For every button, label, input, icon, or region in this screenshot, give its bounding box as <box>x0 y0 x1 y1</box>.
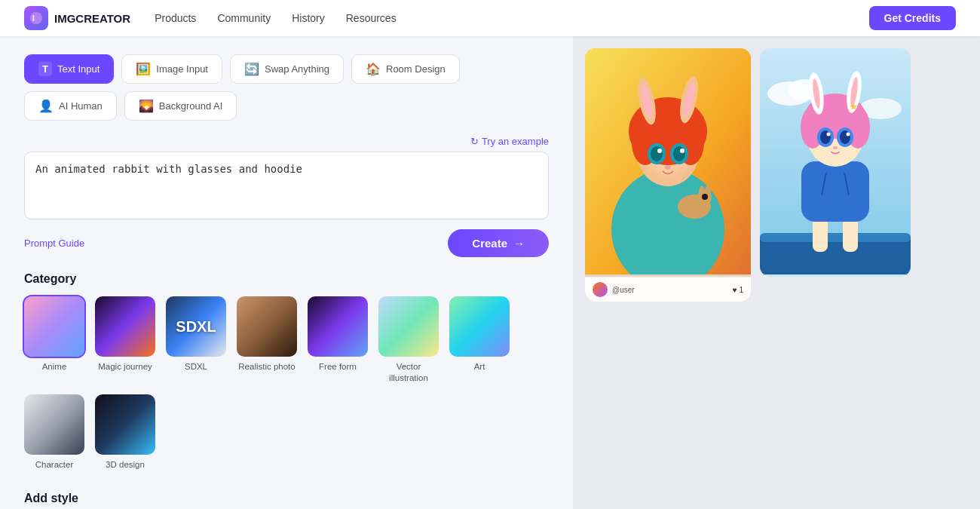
cat-label-vector: Vector illustration <box>378 361 439 384</box>
create-button-label: Create <box>472 237 507 250</box>
svg-point-25 <box>702 194 708 200</box>
prompt-textarea[interactable]: An animated rabbit with glasses and hood… <box>24 152 549 219</box>
preview-panel: @user ♥ 1 <box>573 36 980 509</box>
swap-icon: 🔄 <box>244 62 259 76</box>
nav-resources[interactable]: Resources <box>346 12 397 24</box>
svg-rect-30 <box>760 237 911 274</box>
overlay-row: @user ♥ 1 <box>593 282 743 297</box>
refresh-icon: ↻ <box>470 136 479 147</box>
create-button[interactable]: Create → <box>448 229 549 257</box>
cat-thumb-freeform <box>308 296 368 357</box>
cat-label-realistic: Realistic photo <box>238 361 295 373</box>
try-example-link[interactable]: ↻ Try an example <box>470 136 549 147</box>
svg-point-16 <box>651 146 663 161</box>
try-example-row: ↻ Try an example <box>24 136 549 147</box>
svg-text:I: I <box>32 14 35 23</box>
tab-swap-anything[interactable]: 🔄 Swap Anything <box>230 54 344 84</box>
cat-item-art[interactable]: Art <box>449 296 510 384</box>
tab-background-ai-label: Background AI <box>159 100 223 112</box>
svg-rect-31 <box>760 233 911 242</box>
tab-background-ai[interactable]: 🌄 Background AI <box>124 91 237 121</box>
cat-label-3d: 3D design <box>106 459 145 471</box>
cat-label-magic: Magic journey <box>98 361 152 373</box>
blue-hoodie-girl-svg: ★ <box>760 48 911 274</box>
cat-label-freeform: Free form <box>319 361 357 373</box>
prompt-guide-link[interactable]: Prompt Guide <box>24 238 84 249</box>
cat-label-anime: Anime <box>42 361 67 373</box>
logo-icon: I <box>24 6 48 30</box>
logo-text: IMGCREATOR <box>54 12 130 25</box>
preview-images: @user ♥ 1 <box>585 48 968 302</box>
avatar-dot <box>593 282 608 297</box>
cat-thumb-character <box>24 394 84 455</box>
text-input-icon: T <box>38 62 52 76</box>
cat-item-anime[interactable]: Anime <box>24 296 84 384</box>
left-panel: T Text Input 🖼️ Image Input 🔄 Swap Anyth… <box>0 36 573 509</box>
image-1-overlay: @user ♥ 1 <box>585 277 751 302</box>
image-card-1: @user ♥ 1 <box>585 48 751 302</box>
cat-item-sdxl[interactable]: SDXL SDXL <box>166 296 226 384</box>
overlay-username: @user <box>612 286 635 294</box>
tab-ai-human[interactable]: 👤 AI Human <box>24 91 117 121</box>
cat-thumb-magic <box>95 296 155 357</box>
header: I IMGCREATOR Products Community History … <box>0 0 980 36</box>
cat-thumb-anime <box>24 296 84 357</box>
nav-history[interactable]: History <box>292 12 325 24</box>
cat-item-vector[interactable]: Vector illustration <box>378 296 439 384</box>
svg-point-17 <box>673 146 685 161</box>
tab-room-label: Room Design <box>386 63 446 75</box>
arrow-icon: → <box>513 237 525 250</box>
cat-item-character[interactable]: Character <box>24 394 84 471</box>
sdxl-text: SDXL <box>176 318 216 336</box>
cat-thumb-sdxl: SDXL <box>166 296 226 357</box>
image-input-icon: 🖼️ <box>136 62 151 76</box>
cat-label-character: Character <box>35 459 74 471</box>
cat-label-art: Art <box>474 361 485 373</box>
tab-text-input[interactable]: T Text Input <box>24 54 114 84</box>
category-title: Category <box>24 272 549 286</box>
svg-point-50 <box>827 133 831 136</box>
prompt-actions-row: Prompt Guide Create → <box>24 229 549 257</box>
cat-item-realistic[interactable]: Realistic photo <box>237 296 297 384</box>
tab-ai-human-label: AI Human <box>59 100 103 112</box>
tab-image-input-label: Image Input <box>156 63 208 75</box>
tab-text-input-label: Text Input <box>57 63 100 75</box>
cat-item-magic-journey[interactable]: Magic journey <box>95 296 155 384</box>
preview-image-1: @user ♥ 1 <box>585 48 751 302</box>
svg-point-19 <box>680 149 684 153</box>
svg-point-51 <box>847 133 850 136</box>
anime-rabbit-girl-svg <box>585 48 751 274</box>
nav-community[interactable]: Community <box>217 12 271 24</box>
tab-swap-label: Swap Anything <box>265 63 329 75</box>
cat-thumb-vector <box>378 296 439 357</box>
room-icon: 🏠 <box>366 62 381 76</box>
cat-thumb-3d <box>95 394 155 455</box>
overlay-likes: ♥ 1 <box>733 286 743 294</box>
svg-rect-34 <box>801 161 869 222</box>
nav-products[interactable]: Products <box>155 12 196 24</box>
cat-thumb-realistic <box>237 296 297 357</box>
cat-thumb-art <box>449 296 510 357</box>
cat-item-3d[interactable]: 3D design <box>95 394 155 471</box>
main-nav: Products Community History Resources <box>155 12 868 24</box>
tool-tabs: T Text Input 🖼️ Image Input 🔄 Swap Anyth… <box>24 54 549 121</box>
background-ai-icon: 🌄 <box>139 99 154 113</box>
main-content: T Text Input 🖼️ Image Input 🔄 Swap Anyth… <box>0 36 980 509</box>
svg-point-52 <box>833 146 838 149</box>
get-credits-button[interactable]: Get Credits <box>869 6 956 30</box>
ai-human-icon: 👤 <box>38 99 54 113</box>
svg-point-18 <box>657 149 662 153</box>
cat-item-freeform[interactable]: Free form <box>308 296 368 384</box>
logo[interactable]: I IMGCREATOR <box>24 6 130 30</box>
tab-image-input[interactable]: 🖼️ Image Input <box>121 54 222 84</box>
category-grid: Anime Magic journey SDXL SDXL Realistic … <box>24 296 549 471</box>
svg-text:★: ★ <box>849 100 859 112</box>
try-example-label: Try an example <box>482 136 549 147</box>
preview-image-2: ★ <box>760 48 911 277</box>
cat-label-sdxl: SDXL <box>185 361 207 373</box>
image-card-2: ★ <box>760 48 911 277</box>
add-style-title: Add style <box>24 492 549 505</box>
tab-room-design[interactable]: 🏠 Room Design <box>351 54 460 84</box>
svg-point-20 <box>665 165 671 170</box>
